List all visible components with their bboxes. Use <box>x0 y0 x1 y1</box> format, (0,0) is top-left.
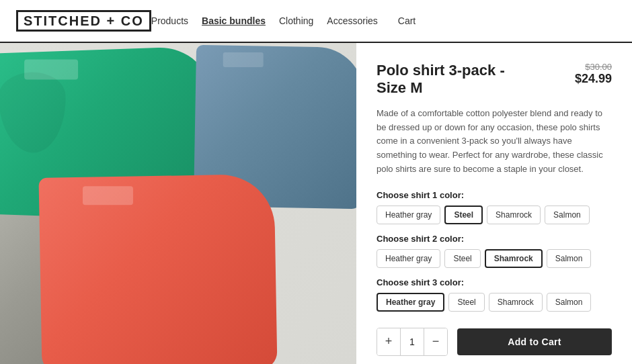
shirt3-steel[interactable]: Steel <box>448 293 484 312</box>
product-title: Polo shirt 3-pack - Size M <box>377 62 524 97</box>
shirt2-label: Choose shirt 2 color: <box>377 234 612 244</box>
shirt3-salmon[interactable]: Salmon <box>547 293 592 312</box>
main-nav: Products Basic bundles Clothing Accessor… <box>151 15 378 26</box>
quantity-plus[interactable]: + <box>377 328 400 355</box>
cart-section: + 1 − Add to Cart <box>377 328 612 356</box>
price-original: $30.00 <box>575 62 612 72</box>
shirt1-options: Heather gray Steel Shamrock Salmon <box>377 206 612 224</box>
shirt2-steel[interactable]: Steel <box>444 249 480 268</box>
shirt3-shamrock[interactable]: Shamrock <box>489 293 543 312</box>
shirt2-shamrock[interactable]: Shamrock <box>485 249 543 268</box>
main-content: Polo shirt 3-pack - Size M $30.00 $24.99… <box>0 43 632 364</box>
shirt3-heather-gray[interactable]: Heather gray <box>377 293 444 312</box>
quantity-minus[interactable]: − <box>424 328 447 355</box>
price-container: $30.00 $24.99 <box>575 62 612 86</box>
shirt-salmon-visual <box>38 174 277 364</box>
shirt1-heather-gray[interactable]: Heather gray <box>377 206 440 224</box>
shirt3-options: Heather gray Steel Shamrock Salmon <box>377 293 612 312</box>
nav-clothing[interactable]: Clothing <box>279 15 313 26</box>
logo-text: STITCHED + CO <box>16 10 151 32</box>
header: STITCHED + CO Products Basic bundles Clo… <box>0 0 632 43</box>
nav-products[interactable]: Products <box>151 15 188 26</box>
shirt3-color-section: Choose shirt 3 color: Heather gray Steel… <box>377 277 612 312</box>
shirt2-heather-gray[interactable]: Heather gray <box>377 249 440 268</box>
product-image-area <box>0 43 356 364</box>
nav-accessories[interactable]: Accessories <box>327 15 377 26</box>
shirt1-label: Choose shirt 1 color: <box>377 190 612 200</box>
shirt1-shamrock[interactable]: Shamrock <box>487 206 541 224</box>
add-to-cart-button[interactable]: Add to Cart <box>457 328 612 355</box>
cart-link[interactable]: Cart <box>398 15 416 26</box>
shirt2-salmon[interactable]: Salmon <box>547 249 592 268</box>
shirt2-options: Heather gray Steel Shamrock Salmon <box>377 249 612 268</box>
shirt1-steel[interactable]: Steel <box>444 206 483 224</box>
product-details: Polo shirt 3-pack - Size M $30.00 $24.99… <box>356 43 632 364</box>
shirt1-color-section: Choose shirt 1 color: Heather gray Steel… <box>377 190 612 224</box>
product-header: Polo shirt 3-pack - Size M $30.00 $24.99 <box>377 62 612 97</box>
quantity-control: + 1 − <box>377 328 448 356</box>
product-description: Made of a comfortable cotton polyester b… <box>377 107 612 177</box>
shirts-image <box>0 43 356 364</box>
quantity-value: 1 <box>400 328 424 355</box>
shirt1-salmon[interactable]: Salmon <box>545 206 590 224</box>
shirt2-color-section: Choose shirt 2 color: Heather gray Steel… <box>377 234 612 268</box>
nav-basic-bundles[interactable]: Basic bundles <box>202 15 266 26</box>
price-sale: $24.99 <box>575 72 612 86</box>
logo: STITCHED + CO <box>16 10 151 32</box>
shirt3-label: Choose shirt 3 color: <box>377 277 612 287</box>
